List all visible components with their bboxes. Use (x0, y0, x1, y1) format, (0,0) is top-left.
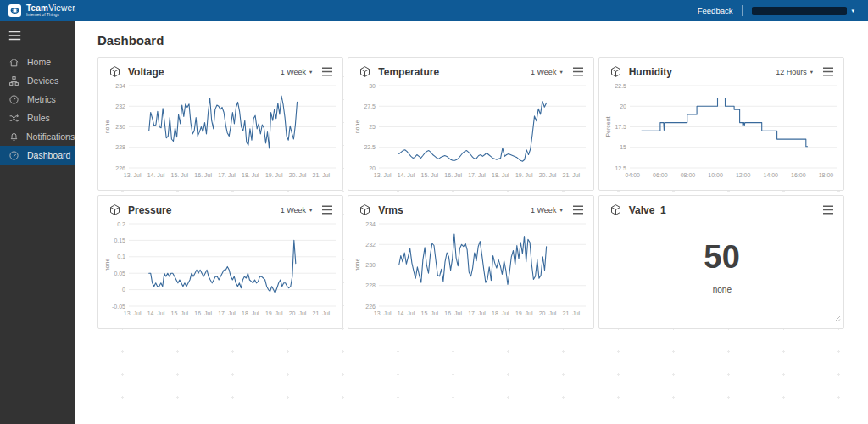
top-bar: TeamViewer Internet of Things Feedback ▾ (0, 0, 868, 21)
chart-voltage: 22622823023223413. Jul14. Jul15. Jul16. … (103, 81, 337, 181)
time-range-label: 1 Week (281, 68, 306, 76)
teamviewer-logo-icon (8, 4, 21, 17)
time-range-dropdown[interactable]: 1 Week ▾ (531, 68, 563, 76)
card-valve_1: Valve_1 ▾ 50none (598, 195, 844, 329)
sidebar-item-label: Home (27, 57, 51, 67)
sidebar-item-dashboard[interactable]: Dashboard (0, 146, 75, 165)
time-range-dropdown[interactable]: 12 Hours ▾ (776, 68, 813, 76)
account-menu[interactable]: ▾ (752, 7, 854, 15)
svg-text:14. Jul: 14. Jul (147, 310, 165, 316)
sidebar-item-rules[interactable]: Rules (0, 109, 75, 127)
card-menu-icon[interactable] (321, 205, 333, 215)
chart-temperature: 2022.52527.53013. Jul14. Jul15. Jul16. J… (353, 81, 587, 181)
svg-text:10:00: 10:00 (708, 172, 723, 178)
time-range-dropdown[interactable]: 1 Week ▾ (531, 206, 563, 215)
svg-text:19. Jul: 19. Jul (515, 310, 533, 316)
sidebar: HomeDevicesMetricsRulesNotifications›Das… (0, 21, 75, 424)
time-range-dropdown[interactable]: 1 Week ▾ (281, 206, 313, 215)
sidebar-item-label: Devices (27, 75, 58, 86)
chart-vrms: 22622823023223413. Jul14. Jul15. Jul16. … (353, 219, 587, 319)
card-menu-icon[interactable] (822, 205, 834, 215)
card-menu-icon[interactable] (822, 67, 834, 76)
svg-text:17. Jul: 17. Jul (218, 172, 236, 178)
svg-text:19. Jul: 19. Jul (265, 172, 283, 178)
metric-value: 50 (704, 239, 740, 276)
svg-text:30: 30 (370, 83, 376, 89)
sidebar-item-metrics[interactable]: Metrics (0, 90, 75, 109)
datapoint-cube-icon (108, 65, 121, 78)
resize-handle[interactable] (834, 310, 841, 326)
svg-text:20: 20 (370, 165, 376, 171)
svg-text:0.1: 0.1 (117, 254, 125, 259)
brand-subtitle: Internet of Things (26, 13, 75, 17)
svg-text:14. Jul: 14. Jul (398, 172, 415, 178)
data-line (149, 96, 298, 148)
svg-text:232: 232 (115, 103, 125, 109)
svg-text:04:00: 04:00 (625, 172, 640, 178)
svg-text:0.05: 0.05 (114, 271, 125, 276)
time-range-label: 1 Week (531, 68, 556, 76)
data-line (149, 240, 296, 293)
devices-icon (8, 75, 20, 86)
account-caret-icon: ▾ (851, 8, 854, 14)
datapoint-cube-icon (359, 65, 371, 78)
time-range-label: 1 Week (531, 206, 556, 215)
svg-text:21. Jul: 21. Jul (563, 310, 581, 316)
sidebar-item-devices[interactable]: Devices (0, 71, 75, 90)
card-menu-icon[interactable] (572, 205, 584, 215)
svg-text:17. Jul: 17. Jul (469, 310, 487, 316)
card-humidity: Humidity 12 Hours ▾ 12.51517.52022.504:0… (598, 57, 844, 191)
svg-text:25: 25 (370, 124, 376, 130)
card-temperature: Temperature 1 Week ▾ 2022.52527.53013. J… (348, 57, 593, 191)
svg-text:15. Jul: 15. Jul (421, 310, 439, 316)
card-title: Voltage (128, 66, 164, 78)
topbar-divider (742, 5, 743, 16)
svg-text:21. Jul: 21. Jul (563, 172, 581, 178)
svg-text:17. Jul: 17. Jul (469, 172, 487, 178)
card-header: Vrms 1 Week ▾ (348, 196, 593, 216)
svg-text:15. Jul: 15. Jul (171, 310, 189, 316)
card-title: Temperature (378, 66, 439, 78)
dashboard-grid: Voltage 1 Week ▾ 22622823023223413. Jul1… (97, 57, 844, 329)
svg-text:14:00: 14:00 (763, 172, 778, 178)
dashboard-icon (8, 150, 20, 161)
svg-text:13. Jul: 13. Jul (124, 172, 142, 178)
svg-text:16. Jul: 16. Jul (194, 172, 212, 178)
sidebar-item-notifications[interactable]: Notifications› (0, 127, 75, 146)
dropdown-caret-icon: ▾ (309, 69, 312, 75)
sidebar-toggle-button[interactable] (0, 21, 75, 53)
chart-humidity: 12.51517.52022.504:0006:0008:0010:0012:0… (604, 81, 838, 181)
sidebar-item-home[interactable]: Home (0, 53, 75, 71)
svg-text:0.15: 0.15 (114, 237, 125, 243)
card-header: Temperature 1 Week ▾ (348, 58, 593, 78)
time-range-label: 12 Hours (776, 68, 807, 76)
card-menu-icon[interactable] (321, 67, 333, 76)
svg-text:16:00: 16:00 (791, 172, 806, 178)
card-body: 22622823023223413. Jul14. Jul15. Jul16. … (98, 78, 342, 184)
rules-icon (8, 113, 20, 124)
time-range-label: 1 Week (281, 206, 306, 215)
svg-text:234: 234 (366, 221, 376, 227)
feedback-link[interactable]: Feedback (698, 6, 733, 15)
card-title: Valve_1 (629, 204, 666, 216)
svg-text:14. Jul: 14. Jul (147, 172, 165, 178)
bell-icon (8, 131, 19, 142)
sidebar-nav: HomeDevicesMetricsRulesNotifications›Das… (0, 53, 75, 165)
svg-text:230: 230 (366, 262, 376, 268)
svg-text:14. Jul: 14. Jul (398, 310, 415, 316)
svg-text:22.5: 22.5 (364, 144, 376, 150)
card-menu-icon[interactable] (572, 67, 584, 76)
svg-text:17. Jul: 17. Jul (218, 310, 236, 316)
time-range-dropdown[interactable]: 1 Week ▾ (281, 68, 313, 76)
svg-text:228: 228 (115, 144, 125, 150)
svg-text:18. Jul: 18. Jul (492, 172, 509, 178)
svg-text:17.5: 17.5 (615, 124, 626, 130)
svg-text:234: 234 (115, 83, 125, 89)
svg-text:226: 226 (366, 304, 376, 310)
brand-name-bold: Team (26, 3, 48, 13)
card-vrms: Vrms 1 Week ▾ 22622823023223413. Jul14. … (348, 195, 593, 329)
svg-text:228: 228 (366, 282, 376, 288)
svg-text:20. Jul: 20. Jul (289, 172, 307, 178)
svg-text:16. Jul: 16. Jul (194, 310, 212, 316)
sidebar-item-label: Rules (27, 113, 50, 123)
